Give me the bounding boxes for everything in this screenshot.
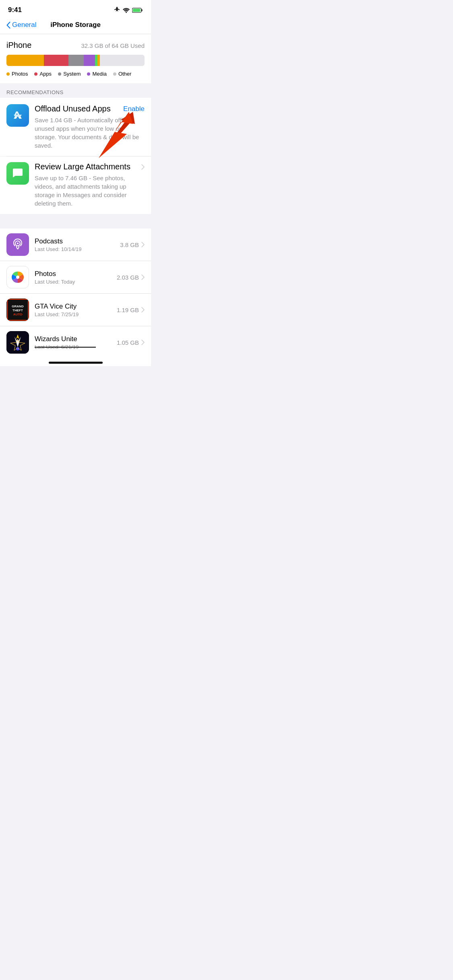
rec-item-attachments: Review Large Attachments Save up to 7.46… <box>6 162 145 208</box>
podcasts-chevron-icon <box>141 242 145 247</box>
bar-media <box>84 55 95 66</box>
appstore-symbol <box>11 109 24 122</box>
podcasts-last-used: Last Used: 10/14/19 <box>35 246 114 252</box>
svg-text:THEFT: THEFT <box>12 309 23 312</box>
wizards-chevron-icon <box>141 340 145 345</box>
storage-bar <box>6 55 145 66</box>
bar-photos <box>6 55 44 66</box>
photos-dot <box>6 72 10 76</box>
gta-chevron-icon <box>141 307 145 313</box>
bar-system <box>68 55 84 66</box>
home-indicator <box>0 358 151 366</box>
photos-info: Photos Last Used: Today <box>35 270 111 285</box>
bar-green <box>95 55 98 66</box>
strikethrough <box>35 347 96 348</box>
attachments-desc: Save up to 7.46 GB - See photos, videos,… <box>35 174 145 208</box>
status-time: 9:41 <box>8 6 22 14</box>
back-chevron-icon <box>6 22 10 29</box>
photos-chevron-icon <box>141 274 145 280</box>
gta-info: GTA Vice City Last Used: 7/25/19 <box>35 303 111 317</box>
gta-symbol: GRAND THEFT AUTO <box>6 299 29 321</box>
wizards-symbol <box>6 331 29 354</box>
photos-last-used: Last Used: Today <box>35 279 111 285</box>
media-dot <box>87 72 90 76</box>
photos-symbol <box>10 270 25 285</box>
storage-section: iPhone 32.3 GB of 64 GB Used Photos Apps… <box>0 34 151 83</box>
app-row-gta[interactable]: GRAND THEFT AUTO GTA Vice City Last Used… <box>0 294 151 326</box>
gta-last-used: Last Used: 7/25/19 <box>35 311 111 317</box>
other-dot <box>113 72 116 76</box>
legend-other: Other <box>113 71 132 77</box>
airplane-icon <box>114 7 120 13</box>
legend-photos-label: Photos <box>12 71 28 77</box>
app-row-photos[interactable]: Photos Last Used: Today 2.03 GB <box>0 261 151 294</box>
gta-icon: GRAND THEFT AUTO <box>6 299 29 321</box>
apps-section-gap <box>0 214 151 229</box>
offload-title: Offload Unused Apps <box>35 104 111 113</box>
app-row-podcasts[interactable]: Podcasts Last Used: 10/14/19 3.8 GB <box>0 229 151 261</box>
apps-dot <box>34 72 37 76</box>
podcasts-size: 3.8 GB <box>120 241 139 248</box>
back-button[interactable]: General <box>6 21 36 29</box>
status-icons <box>114 7 143 13</box>
legend-apps: Apps <box>34 71 52 77</box>
legend-media: Media <box>87 71 106 77</box>
back-label: General <box>12 21 36 29</box>
legend-system: System <box>58 71 81 77</box>
legend-other-label: Other <box>118 71 132 77</box>
bar-yellow2 <box>97 55 99 66</box>
wizards-name: Wizards Unite <box>35 335 111 343</box>
rec-item-offload: Offload Unused Apps Enable Save 1.04 GB … <box>6 104 145 150</box>
wifi-icon <box>123 8 130 13</box>
storage-used-label: 32.3 GB of 64 GB Used <box>81 42 145 49</box>
gta-size-row: 1.19 GB <box>117 307 145 313</box>
photos-icon <box>6 266 29 288</box>
photos-size-row: 2.03 GB <box>117 274 145 281</box>
attachments-content: Review Large Attachments Save up to 7.46… <box>35 162 145 208</box>
review-large-attachments-card[interactable]: Review Large Attachments Save up to 7.46… <box>0 156 151 214</box>
photos-name: Photos <box>35 270 111 278</box>
bar-apps <box>44 55 69 66</box>
enable-button[interactable]: Enable <box>123 105 145 113</box>
storage-legend: Photos Apps System Media Other <box>6 71 145 77</box>
svg-point-8 <box>16 276 19 279</box>
device-label: iPhone <box>6 41 31 50</box>
offload-header: Offload Unused Apps Enable <box>35 104 145 113</box>
app-list: Podcasts Last Used: 10/14/19 3.8 GB <box>0 229 151 358</box>
attachments-title: Review Large Attachments <box>35 162 130 171</box>
nav-bar: General iPhone Storage <box>0 18 151 34</box>
legend-photos: Photos <box>6 71 28 77</box>
podcasts-info: Podcasts Last Used: 10/14/19 <box>35 237 114 252</box>
svg-text:GRAND: GRAND <box>12 305 24 308</box>
app-row-wizards[interactable]: Wizards Unite Last Used: 6/21/19 1.05 GB <box>0 326 151 358</box>
offload-content: Offload Unused Apps Enable Save 1.04 GB … <box>35 104 145 150</box>
legend-system-label: System <box>63 71 81 77</box>
svg-point-0 <box>126 12 127 13</box>
recommendations-label: RECOMMENDATIONS <box>6 89 64 95</box>
svg-rect-2 <box>142 9 143 11</box>
podcasts-size-row: 3.8 GB <box>120 241 145 248</box>
recommendations-divider: RECOMMENDATIONS <box>0 83 151 98</box>
wizards-last-used: Last Used: 6/21/19 <box>35 344 111 350</box>
podcasts-icon <box>6 233 29 256</box>
messages-icon <box>6 162 29 185</box>
wizards-size-row: 1.05 GB <box>117 339 145 346</box>
page-title: iPhone Storage <box>50 21 101 29</box>
chevron-right-icon <box>141 164 145 170</box>
offload-desc: Save 1.04 GB - Automatically offload unu… <box>35 116 145 150</box>
wizards-icon <box>6 331 29 354</box>
appstore-icon <box>6 104 29 127</box>
photos-size: 2.03 GB <box>117 274 139 281</box>
svg-point-7 <box>17 243 19 244</box>
podcasts-name: Podcasts <box>35 237 114 245</box>
storage-header: iPhone 32.3 GB of 64 GB Used <box>6 41 145 50</box>
wizards-info: Wizards Unite Last Used: 6/21/19 <box>35 335 111 350</box>
svg-rect-3 <box>133 8 141 12</box>
offload-unused-apps-card: Offload Unused Apps Enable Save 1.04 GB … <box>0 98 151 156</box>
gta-size: 1.19 GB <box>117 307 139 313</box>
messages-symbol <box>11 167 24 180</box>
battery-icon <box>132 8 143 13</box>
podcasts-symbol <box>11 238 25 251</box>
svg-text:AUTO: AUTO <box>13 313 23 316</box>
system-dot <box>58 72 61 76</box>
